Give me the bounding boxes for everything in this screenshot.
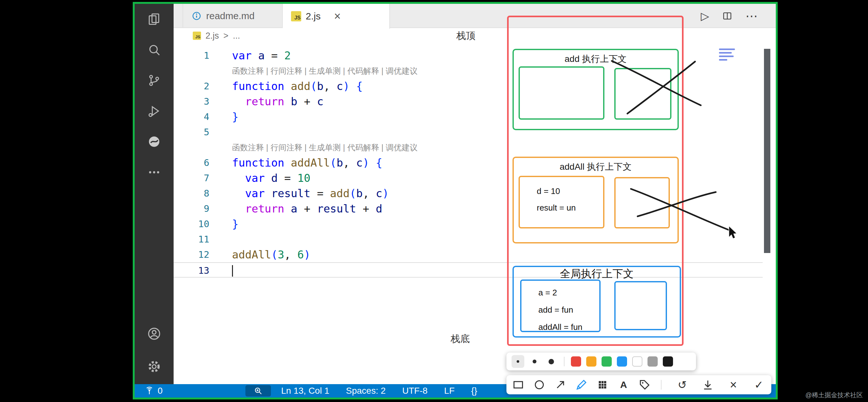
color-swatch[interactable] bbox=[617, 357, 627, 367]
ports-count: 0 bbox=[158, 386, 163, 396]
run-debug-icon[interactable] bbox=[135, 96, 174, 126]
files-icon[interactable] bbox=[135, 4, 174, 34]
stroke-size-small-button[interactable] bbox=[512, 355, 524, 368]
stack-bottom-label: 栈底 bbox=[451, 333, 470, 345]
line-number: 12 bbox=[174, 247, 209, 262]
divider bbox=[564, 357, 564, 366]
line-number: 10 bbox=[174, 216, 209, 231]
split-editor-icon[interactable] bbox=[722, 10, 733, 21]
close-annotation-icon[interactable]: × bbox=[726, 377, 741, 392]
codelens-actions[interactable]: 函数注释 | 行间注释 | 生成单测 | 代码解释 | 调优建议 bbox=[209, 140, 418, 155]
minimap-marks bbox=[719, 49, 735, 63]
text-tool-icon[interactable]: A bbox=[616, 377, 631, 392]
breadcrumb-file[interactable]: 2.js bbox=[206, 31, 219, 41]
global-context-title: 全局执行上下文 bbox=[513, 267, 681, 281]
line-number: 7 bbox=[174, 171, 209, 186]
line-number: 3 bbox=[174, 94, 209, 109]
scrollbar[interactable] bbox=[764, 49, 770, 253]
stroke-size-large-button[interactable] bbox=[545, 355, 558, 368]
stroke-size-medium-button[interactable] bbox=[528, 355, 541, 368]
zoom-button[interactable] bbox=[245, 385, 271, 397]
add-context-inner-left bbox=[519, 66, 604, 120]
ellipse-tool-icon[interactable] bbox=[532, 377, 547, 392]
undo-icon[interactable]: ↺ bbox=[675, 377, 690, 392]
eol-sequence[interactable]: LF bbox=[444, 386, 455, 396]
addall-context-vars: d = 10 result = un bbox=[519, 176, 604, 228]
language-mode-icon[interactable]: {} bbox=[471, 386, 477, 396]
color-swatch[interactable] bbox=[663, 357, 673, 367]
watermark: @稀土掘金技术社区 bbox=[805, 391, 863, 399]
tag-tool-icon[interactable] bbox=[637, 377, 652, 392]
js-file-icon: JS bbox=[193, 32, 201, 40]
add-context-inner-right bbox=[614, 68, 672, 120]
mosaic-tool-icon[interactable] bbox=[595, 377, 610, 392]
divider bbox=[661, 380, 661, 390]
pen-tool-icon[interactable] bbox=[574, 377, 589, 392]
var-entry: result = un bbox=[537, 199, 603, 216]
tab-2js[interactable]: JS 2.js × bbox=[283, 4, 390, 29]
breadcrumb-separator: > bbox=[223, 31, 228, 41]
addall-context-title: addAll 执行上下文 bbox=[513, 161, 679, 173]
activity-bar bbox=[135, 4, 174, 384]
var-entry: addAll = fun bbox=[538, 318, 599, 336]
stack-top-label: 栈顶 bbox=[456, 29, 475, 42]
color-swatch[interactable] bbox=[586, 357, 596, 367]
download-icon[interactable] bbox=[701, 377, 715, 392]
annotation-tools-toolbar: A ↺ × ✓ bbox=[506, 375, 771, 394]
line-number: 11 bbox=[174, 231, 209, 247]
encoding[interactable]: UTF-8 bbox=[402, 386, 428, 396]
text-cursor bbox=[232, 265, 233, 277]
color-swatch[interactable] bbox=[632, 357, 642, 367]
var-entry: add = fun bbox=[538, 301, 599, 318]
settings-gear-icon[interactable] bbox=[135, 349, 174, 384]
more-views-icon[interactable] bbox=[135, 157, 174, 188]
global-context-inner-right bbox=[614, 281, 667, 330]
line-number bbox=[174, 63, 209, 79]
line-number: 4 bbox=[174, 109, 209, 124]
var-entry: a = 2 bbox=[538, 284, 599, 301]
breadcrumb-tail[interactable]: ... bbox=[233, 31, 240, 41]
rectangle-tool-icon[interactable] bbox=[511, 377, 526, 392]
tab-readme[interactable]: readme.md bbox=[183, 4, 283, 28]
line-number: 9 bbox=[174, 201, 209, 216]
indentation[interactable]: Spaces: 2 bbox=[346, 386, 386, 396]
var-entry: d = 10 bbox=[537, 183, 603, 199]
tab-label: readme.md bbox=[206, 10, 255, 21]
color-swatch[interactable] bbox=[601, 357, 612, 367]
confirm-check-icon[interactable]: ✓ bbox=[751, 377, 766, 392]
source-control-icon[interactable] bbox=[135, 65, 174, 96]
magnifier-plus-icon bbox=[253, 386, 263, 396]
run-icon[interactable]: ▷ bbox=[701, 9, 709, 22]
broadcast-icon bbox=[144, 386, 154, 396]
annotation-size-color-toolbar bbox=[506, 352, 696, 370]
arrow-tool-icon[interactable] bbox=[553, 377, 568, 392]
info-icon bbox=[191, 11, 202, 21]
add-context-title: add 执行上下文 bbox=[513, 53, 679, 65]
close-icon[interactable]: × bbox=[334, 10, 341, 22]
account-icon[interactable] bbox=[135, 318, 174, 349]
search-icon[interactable] bbox=[135, 34, 174, 65]
cursor-position[interactable]: Ln 13, Col 1 bbox=[281, 386, 329, 396]
line-number: 1 bbox=[174, 48, 209, 63]
line-number: 6 bbox=[174, 155, 209, 171]
ai-plugin-icon[interactable] bbox=[135, 126, 174, 157]
tab-label: 2.js bbox=[306, 11, 321, 22]
line-number bbox=[174, 140, 209, 155]
line-number: 2 bbox=[174, 79, 209, 94]
color-swatch[interactable] bbox=[648, 357, 658, 367]
line-number: 5 bbox=[174, 124, 209, 140]
js-file-icon: JS bbox=[291, 11, 301, 21]
addall-context-inner-right bbox=[614, 177, 670, 228]
codelens-actions[interactable]: 函数注释 | 行间注释 | 生成单测 | 代码解释 | 调优建议 bbox=[209, 63, 418, 79]
global-context-vars: a = 2 add = fun addAll = fun bbox=[520, 279, 600, 332]
more-actions-icon[interactable]: ⋯ bbox=[745, 9, 758, 23]
ports-indicator[interactable]: 0 bbox=[144, 384, 163, 398]
color-swatch[interactable] bbox=[571, 357, 581, 367]
line-number: 8 bbox=[174, 186, 209, 201]
line-number: 13 bbox=[174, 263, 209, 277]
breadcrumb[interactable]: JS 2.js > ... bbox=[193, 29, 240, 42]
